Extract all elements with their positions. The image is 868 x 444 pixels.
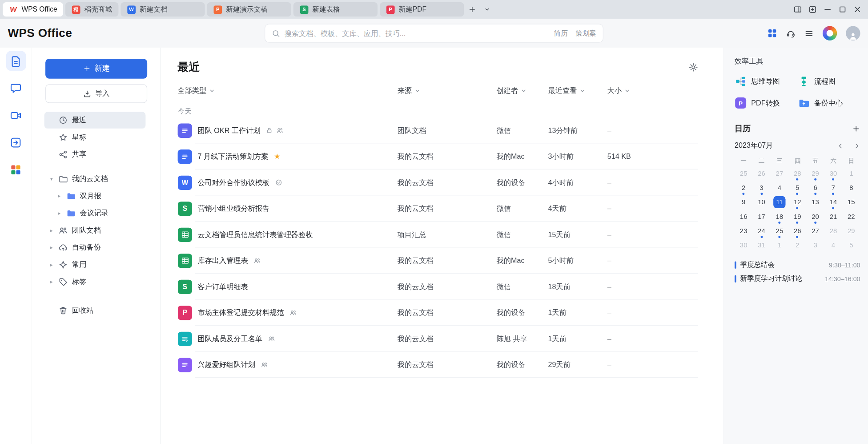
add-event-button[interactable] [852, 125, 860, 133]
tool-item[interactable]: 备份中心 [797, 97, 860, 109]
sidebar-item[interactable]: 回收站 [44, 303, 146, 319]
workspace-button[interactable] [805, 0, 820, 19]
sidebar-toggle-button[interactable] [790, 0, 805, 19]
sidebar-item[interactable]: ▸双月报 [44, 188, 146, 204]
tool-item[interactable]: PPDF转换 [735, 97, 797, 109]
titlebar-tab[interactable]: WWPS Office [3, 2, 63, 16]
calendar-day[interactable]: 10 [752, 195, 770, 209]
titlebar-tab[interactable]: W新建文档 [121, 2, 205, 16]
calendar-day[interactable]: 30 [824, 166, 842, 180]
file-row[interactable]: 团队 OKR 工作计划团队文档微信13分钟前– [178, 117, 698, 144]
calendar-day[interactable]: 4 [824, 238, 842, 252]
titlebar-tab[interactable]: S新建表格 [293, 2, 378, 16]
calendar-day[interactable]: 26 [788, 224, 806, 238]
file-row[interactable]: P市场主体登记提交材料规范我的云文档我的设备1天前– [178, 299, 698, 326]
search-input[interactable] [285, 29, 546, 37]
calendar-day[interactable]: 27 [771, 166, 788, 180]
calendar-day[interactable]: 25 [735, 166, 752, 180]
calendar-day[interactable]: 5 [788, 181, 806, 195]
file-row[interactable]: S客户订单明细表我的云文档微信18天前– [178, 274, 698, 300]
rail-item-documents[interactable] [6, 51, 26, 71]
sidebar-item[interactable]: ▾我的云文档 [44, 170, 146, 187]
tab-list-chevron-button[interactable] [481, 3, 494, 16]
menu-button[interactable] [804, 28, 814, 38]
calendar-day[interactable]: 22 [842, 210, 860, 224]
file-row[interactable]: W公司对外合作协议模板我的云文档我的设备4小时前– [178, 170, 698, 196]
sidebar-item[interactable]: ▸标签 [44, 274, 146, 290]
settings-gear-button[interactable] [689, 63, 698, 72]
maximize-button[interactable] [835, 0, 850, 19]
tool-item[interactable]: 思维导图 [735, 75, 797, 87]
search-tag-plan[interactable]: 策划案 [575, 28, 596, 38]
calendar-day[interactable]: 26 [752, 166, 770, 180]
filter-button[interactable]: 最近查看 [548, 86, 585, 96]
file-row[interactable]: 库存出入管理表我的云文档我的Mac5小时前– [178, 247, 698, 274]
filter-button[interactable]: 创建者 [497, 86, 526, 96]
caret-right-icon[interactable]: ▸ [49, 245, 54, 250]
sidebar-item[interactable]: 最近 [44, 112, 146, 128]
search-bar[interactable]: 简历 策划案 [265, 24, 603, 43]
file-row[interactable]: 兴趣爱好组队计划我的云文档我的设备29天前– [178, 352, 698, 378]
calendar-day[interactable]: 29 [842, 224, 860, 238]
prev-month-button[interactable] [837, 142, 844, 149]
caret-right-icon[interactable]: ▸ [49, 228, 54, 233]
calendar-day[interactable]: 13 [806, 195, 824, 209]
calendar-day[interactable]: 6 [806, 181, 824, 195]
calendar-day[interactable]: 2 [788, 238, 806, 252]
sidebar-item[interactable]: 共享 [44, 146, 146, 163]
caret-right-icon[interactable]: ▸ [49, 262, 54, 267]
calendar-day[interactable]: 15 [842, 195, 860, 209]
filter-button[interactable]: 全部类型 [178, 86, 215, 96]
calendar-day[interactable]: 16 [735, 210, 752, 224]
calendar-day[interactable]: 18 [771, 210, 788, 224]
titlebar-tab[interactable]: P新建演示文稿 [207, 2, 291, 16]
caret-right-icon[interactable]: ▸ [56, 210, 62, 216]
calendar-day[interactable]: 31 [752, 238, 770, 252]
calendar-event[interactable]: 季度总结会9:30–11:00 [735, 258, 860, 272]
import-button[interactable]: 导入 [45, 84, 147, 103]
calendar-day[interactable]: 5 [842, 238, 860, 252]
calendar-day[interactable]: 27 [806, 224, 824, 238]
sidebar-item[interactable]: 星标 [44, 129, 146, 145]
tool-item[interactable]: 流程图 [797, 75, 860, 87]
calendar-day[interactable]: 20 [806, 210, 824, 224]
titlebar-tab[interactable]: 稻稻壳商城 [65, 2, 119, 16]
calendar-day[interactable]: 21 [824, 210, 842, 224]
rail-item-messages[interactable] [6, 78, 26, 98]
calendar-day[interactable]: 28 [824, 224, 842, 238]
calendar-day[interactable]: 9 [735, 195, 752, 209]
rail-item-transfer[interactable] [6, 133, 26, 153]
calendar-day[interactable]: 11 [771, 195, 788, 209]
search-tag-resume[interactable]: 简历 [554, 28, 568, 38]
wps365-avatar[interactable] [823, 26, 837, 40]
calendar-day[interactable]: 24 [752, 224, 770, 238]
file-row[interactable]: 7 月线下活动策划方案★我的云文档我的Mac3小时前514 KB [178, 143, 698, 170]
user-avatar[interactable] [846, 26, 860, 40]
calendar-day[interactable]: 30 [735, 238, 752, 252]
rail-item-apps[interactable] [6, 160, 26, 180]
filter-button[interactable]: 来源 [398, 86, 420, 96]
calendar-day[interactable]: 2 [735, 181, 752, 195]
calendar-day[interactable]: 23 [735, 224, 752, 238]
minimize-button[interactable] [820, 0, 835, 19]
calendar-day[interactable]: 17 [752, 210, 770, 224]
calendar-event[interactable]: 新季度学习计划讨论14:30–16:00 [735, 272, 860, 286]
sidebar-item[interactable]: ▸团队文档 [44, 222, 146, 238]
calendar-day[interactable]: 3 [752, 181, 770, 195]
titlebar-tab[interactable]: P新建PDF [380, 2, 464, 16]
apps-grid-button[interactable] [767, 28, 777, 38]
calendar-day[interactable]: 28 [788, 166, 806, 180]
calendar-day[interactable]: 12 [788, 195, 806, 209]
calendar-day[interactable]: 19 [788, 210, 806, 224]
sidebar-item[interactable]: ▸常用 [44, 256, 146, 273]
file-row[interactable]: 云文档管理员信息统计表管理器验收项目汇总微信15天前– [178, 222, 698, 248]
calendar-day[interactable]: 1 [771, 238, 788, 252]
sidebar-item[interactable]: ▸会议记录 [44, 205, 146, 222]
close-button[interactable] [850, 0, 865, 19]
new-tab-button[interactable] [466, 3, 479, 16]
calendar-day[interactable]: 14 [824, 195, 842, 209]
filter-button[interactable]: 大小 [607, 86, 630, 96]
calendar-day[interactable]: 29 [806, 166, 824, 180]
sidebar-item[interactable]: ▸自动备份 [44, 239, 146, 256]
rail-item-meetings[interactable] [6, 105, 26, 125]
